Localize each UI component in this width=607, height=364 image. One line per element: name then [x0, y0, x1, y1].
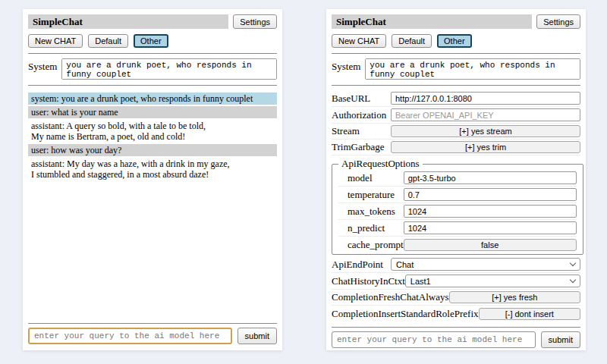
session-other-button[interactable]: Other — [437, 34, 472, 48]
query-footer: submit — [28, 318, 277, 344]
submit-button[interactable]: submit — [541, 331, 580, 348]
trimgarbage-toggle-button[interactable]: [+] yes trim — [391, 141, 580, 153]
setting-row-temperature: temperature — [338, 187, 577, 203]
chat-history-label: ChatHistoryInCtxt — [332, 275, 405, 287]
api-endpoint-selected-value: Chat — [396, 260, 414, 269]
divider — [28, 323, 277, 324]
setting-row-completion-insert: CompletionInsertStandardRolePrefix [-] d… — [332, 306, 580, 322]
setting-row-stream: Stream [+] yes stream — [332, 124, 580, 140]
temperature-input[interactable] — [404, 188, 577, 201]
query-input[interactable] — [28, 328, 232, 344]
divider — [332, 327, 580, 328]
settings-panel: SimpleChat Settings New CHAT Default Oth… — [326, 9, 586, 350]
authorization-label: Authorization — [332, 109, 386, 121]
setting-row-completion-fresh: CompletionFreshChatAlways [+] yes fresh — [332, 290, 580, 306]
api-request-options-legend: ApiRequestOptions — [338, 158, 423, 170]
system-prompt-row: System you are a drunk poet, who respond… — [28, 58, 277, 80]
session-row: New CHAT Default Other — [332, 34, 580, 48]
api-endpoint-select[interactable]: Chat — [391, 258, 580, 271]
setting-row-trimgarbage: TrimGarbage [+] yes trim — [332, 140, 580, 155]
cache-prompt-toggle-button[interactable]: false — [404, 239, 577, 251]
chat-message-system: system: you are a drunk poet, who respon… — [28, 93, 277, 105]
setting-row-cache-prompt: cache_prompt false — [338, 237, 577, 253]
system-prompt-input[interactable]: you are a drunk poet, who responds in fu… — [365, 58, 580, 80]
setting-row-authorization: Authorization — [332, 107, 580, 124]
setting-row-model: model — [338, 170, 577, 187]
setting-row-baseurl: BaseURL — [332, 90, 580, 107]
session-other-button[interactable]: Other — [134, 34, 168, 48]
settings-button[interactable]: Settings — [536, 14, 580, 29]
submit-button[interactable]: submit — [237, 328, 277, 344]
divider — [28, 53, 277, 54]
completion-fresh-label: CompletionFreshChatAlways — [332, 291, 449, 303]
title-bar: SimpleChat Settings — [28, 14, 277, 29]
settings-list: BaseURL Authorization Stream [+] yes str… — [332, 90, 580, 322]
title-bar: SimpleChat Settings — [332, 14, 580, 29]
n-predict-label: n_predict — [348, 222, 385, 234]
chevron-down-icon — [570, 277, 576, 283]
new-chat-button[interactable]: New CHAT — [332, 34, 386, 48]
app-title: SimpleChat — [332, 14, 532, 29]
trimgarbage-label: TrimGarbage — [332, 141, 385, 153]
system-prompt-input[interactable]: you are a drunk poet, who responds in fu… — [61, 58, 277, 80]
new-chat-button[interactable]: New CHAT — [28, 34, 83, 48]
n-predict-input[interactable] — [404, 221, 577, 234]
chat-history-selected-value: Last1 — [410, 277, 431, 286]
divider — [28, 85, 277, 86]
completion-insert-label: CompletionInsertStandardRolePrefix — [332, 308, 479, 320]
chat-panel: SimpleChat Settings New CHAT Default Oth… — [23, 9, 282, 350]
app-title: SimpleChat — [28, 14, 228, 29]
divider — [332, 85, 580, 86]
system-prompt-row: System you are a drunk poet, who respond… — [332, 58, 580, 80]
setting-row-chat-history: ChatHistoryInCtxt Last1 — [332, 273, 580, 290]
divider — [332, 53, 580, 54]
authorization-input[interactable] — [391, 108, 580, 121]
stream-toggle-button[interactable]: [+] yes stream — [391, 125, 580, 137]
chat-message-assistant: assistant: My day was a haze, with a dri… — [28, 158, 277, 180]
session-default-button[interactable]: Default — [88, 34, 128, 48]
system-label: System — [28, 58, 57, 73]
query-footer: submit — [332, 322, 580, 348]
max-tokens-label: max_tokens — [348, 206, 395, 218]
model-input[interactable] — [404, 171, 577, 184]
baseurl-label: BaseURL — [332, 93, 370, 105]
completion-insert-toggle-button[interactable]: [-] dont insert — [479, 308, 580, 320]
chat-message-user: user: how was your day? — [28, 144, 277, 156]
stream-label: Stream — [332, 125, 360, 137]
chat-history-select[interactable]: Last1 — [405, 275, 580, 287]
setting-row-n-predict: n_predict — [338, 220, 577, 237]
setting-row-api-endpoint: ApiEndPoint Chat — [332, 256, 580, 273]
chevron-down-icon — [570, 260, 576, 266]
chat-messages: system: you are a drunk poet, who respon… — [28, 91, 277, 182]
baseurl-input[interactable] — [391, 92, 580, 105]
api-endpoint-label: ApiEndPoint — [332, 259, 383, 271]
system-label: System — [332, 58, 360, 73]
api-request-options-group: ApiRequestOptions model temperature max_… — [332, 158, 583, 255]
setting-row-max-tokens: max_tokens — [338, 203, 577, 220]
chat-message-assistant: assistant: A query so bold, with a tale … — [28, 120, 277, 143]
max-tokens-input[interactable] — [404, 205, 577, 218]
session-default-button[interactable]: Default — [392, 34, 432, 48]
model-label: model — [348, 172, 373, 184]
session-row: New CHAT Default Other — [28, 34, 277, 48]
chat-message-user: user: what is your name — [28, 106, 277, 118]
settings-button[interactable]: Settings — [233, 14, 277, 29]
cache-prompt-label: cache_prompt — [348, 239, 404, 251]
completion-fresh-toggle-button[interactable]: [+] yes fresh — [449, 291, 580, 303]
query-input[interactable] — [332, 331, 536, 348]
temperature-label: temperature — [348, 189, 395, 201]
